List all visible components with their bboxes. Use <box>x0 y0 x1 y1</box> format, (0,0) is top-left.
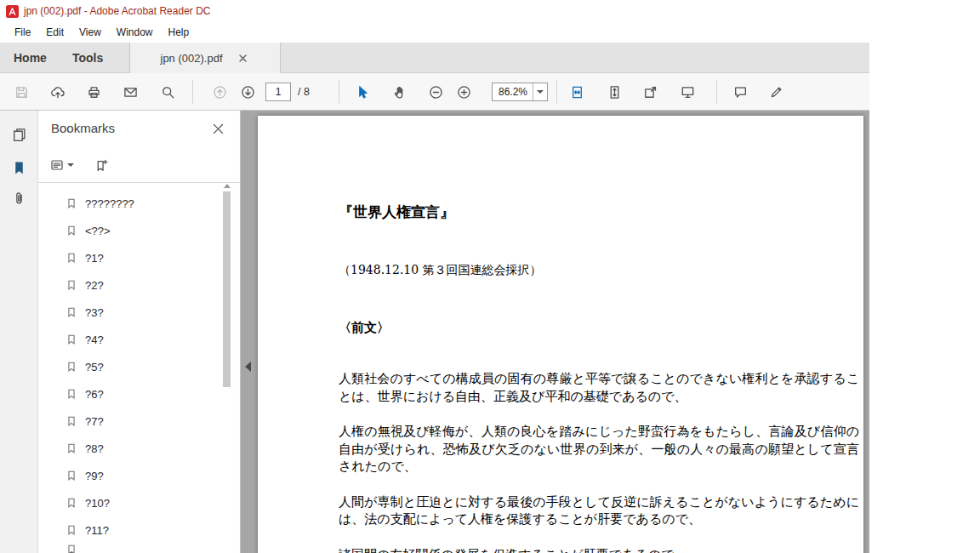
comment-button[interactable] <box>728 80 752 104</box>
page-thumbnails-panel-button[interactable] <box>7 123 31 147</box>
bookmarks-scrollbar-thumb[interactable] <box>223 191 231 387</box>
bookmark-item[interactable]: ?11? <box>38 516 219 544</box>
window-title: jpn (002).pdf - Adobe Acrobat Reader DC <box>24 5 210 17</box>
document-tab[interactable]: jpn (002).pdf <box>129 43 281 73</box>
fit-page-button[interactable] <box>565 80 589 104</box>
content-region: Bookmarks ???????? <??> ?1? ?2? <box>0 111 869 553</box>
attachments-panel-button[interactable] <box>7 186 31 211</box>
bookmark-icon <box>66 334 77 345</box>
page-number-input[interactable] <box>265 83 291 101</box>
acrobat-app-icon <box>6 5 19 18</box>
bookmark-item[interactable]: ?3? <box>38 299 219 326</box>
save-icon <box>14 85 29 100</box>
bookmark-item[interactable]: ?8? <box>38 435 219 462</box>
save-button[interactable] <box>9 80 33 104</box>
bookmark-item[interactable]: ?7? <box>38 408 219 435</box>
bookmark-item[interactable]: ???????? <box>38 190 219 217</box>
document-paragraph: 人権の無視及び軽侮が、人類の良心を踏みにじった野蛮行為をもたらし、言論及び信仰の… <box>339 423 859 476</box>
cloud-upload-icon <box>50 85 65 100</box>
zoom-dropdown-button[interactable] <box>533 83 547 100</box>
bookmark-item[interactable]: <??> <box>38 217 219 244</box>
search-button[interactable] <box>156 80 179 104</box>
bookmark-options-button[interactable] <box>47 153 77 177</box>
menu-item[interactable]: Help <box>161 22 197 43</box>
fit-width-page-icon <box>570 85 584 100</box>
highlight-button[interactable] <box>764 80 788 104</box>
bookmark-label: ???????? <box>85 197 134 210</box>
bookmark-icon <box>66 497 77 509</box>
bookmark-item[interactable]: ?10? <box>38 489 219 516</box>
presentation-screen-icon <box>681 85 695 100</box>
zoom-out-button[interactable] <box>424 80 447 104</box>
tab-home[interactable]: Home <box>14 43 47 72</box>
bookmark-label: ?2? <box>85 279 104 292</box>
paperclip-icon <box>12 191 26 206</box>
navigation-rail <box>0 111 38 553</box>
next-page-button[interactable] <box>236 80 259 104</box>
printer-icon <box>87 85 101 100</box>
bookmark-icon <box>66 279 77 291</box>
print-button[interactable] <box>82 80 105 104</box>
actual-size-button[interactable] <box>638 80 662 104</box>
bookmark-icon <box>66 524 77 536</box>
new-bookmark-button[interactable] <box>91 153 112 177</box>
menu-item[interactable]: Window <box>109 22 161 43</box>
zoom-level-select[interactable]: 86.2% <box>492 83 548 101</box>
speech-bubble-icon <box>733 85 748 100</box>
menu-item[interactable]: Edit <box>38 22 71 43</box>
toolbar-separator <box>556 80 557 104</box>
bookmark-item[interactable]: ?6? <box>38 380 219 408</box>
bookmark-item[interactable]: ?9? <box>38 462 219 489</box>
bookmark-label: ?10? <box>85 497 110 510</box>
toolbar: / 8 86.2% <box>0 73 869 111</box>
menu-item[interactable]: View <box>71 22 109 43</box>
collapse-panel-button[interactable] <box>242 356 254 378</box>
bookmark-label: ?3? <box>85 306 104 319</box>
document-canvas: 『世界人権宣言』 （1948.12.10 第３回国連総会採択） 〈前文〉 人類社… <box>241 111 869 553</box>
upload-cloud-button[interactable] <box>45 80 69 104</box>
caret-down-icon <box>67 163 74 167</box>
menubar: FileEditViewWindowHelp <box>0 22 869 43</box>
doc-subtitle: （1948.12.10 第３回国連総会採択） <box>339 262 859 277</box>
bookmark-icon <box>66 197 77 209</box>
toolbar-separator <box>339 80 339 104</box>
previous-page-button[interactable] <box>208 80 231 104</box>
acrobat-window: jpn (002).pdf - Adobe Acrobat Reader DC … <box>0 0 869 553</box>
bookmark-item[interactable]: ?5? <box>38 353 219 380</box>
bookmark-label: ?11? <box>85 524 109 537</box>
tabbar: Home Tools jpn (002).pdf <box>0 43 869 73</box>
bookmark-icon <box>66 361 77 373</box>
bookmark-icon <box>66 442 77 454</box>
close-panel-button[interactable] <box>208 118 228 139</box>
document-paragraphs: 人類社会のすべての構成員の固有の尊厳と平等で譲ることのできない権利とを承認するこ… <box>339 370 859 553</box>
menu-item[interactable]: File <box>7 22 38 43</box>
close-icon <box>239 54 247 62</box>
select-tool-button[interactable] <box>350 80 373 104</box>
bookmarks-list: ???????? <??> ?1? ?2? ?3? ?4? ?5? ?6? ?7… <box>38 183 219 553</box>
bookmark-item[interactable]: ?4? <box>38 326 219 353</box>
hand-tool-button[interactable] <box>387 80 411 104</box>
presentation-mode-button[interactable] <box>675 80 699 104</box>
zoom-in-button[interactable] <box>452 80 476 104</box>
bookmark-label: <??> <box>85 225 111 237</box>
document-paragraph: 人間が専制と圧迫とに対する最後の手段として反逆に訴えることがないようにするために… <box>339 493 859 528</box>
scroll-up-arrow[interactable] <box>224 184 231 188</box>
close-icon <box>213 123 224 134</box>
doc-section-heading: 〈前文〉 <box>339 320 859 336</box>
email-button[interactable] <box>118 80 142 104</box>
fit-width-button[interactable] <box>602 80 626 104</box>
tab-tools[interactable]: Tools <box>72 43 103 72</box>
open-window-icon <box>643 85 658 100</box>
pdf-page[interactable]: 『世界人権宣言』 （1948.12.10 第３回国連総会採択） 〈前文〉 人類社… <box>258 116 863 553</box>
bookmark-label: ?8? <box>85 442 104 455</box>
bookmarks-panel-button[interactable] <box>7 156 31 180</box>
tab-close-button[interactable] <box>236 51 250 65</box>
bookmark-icon <box>66 544 77 553</box>
bookmark-item[interactable]: ?1? <box>38 244 219 271</box>
document-paragraph: 人類社会のすべての構成員の固有の尊厳と平等で譲ることのできない権利とを承認するこ… <box>339 370 859 405</box>
bookmark-item[interactable]: ?2? <box>38 271 219 299</box>
bookmark-icon <box>66 388 77 400</box>
bookmark-icon <box>66 470 77 482</box>
search-icon <box>161 85 175 100</box>
new-bookmark-icon <box>94 158 109 173</box>
